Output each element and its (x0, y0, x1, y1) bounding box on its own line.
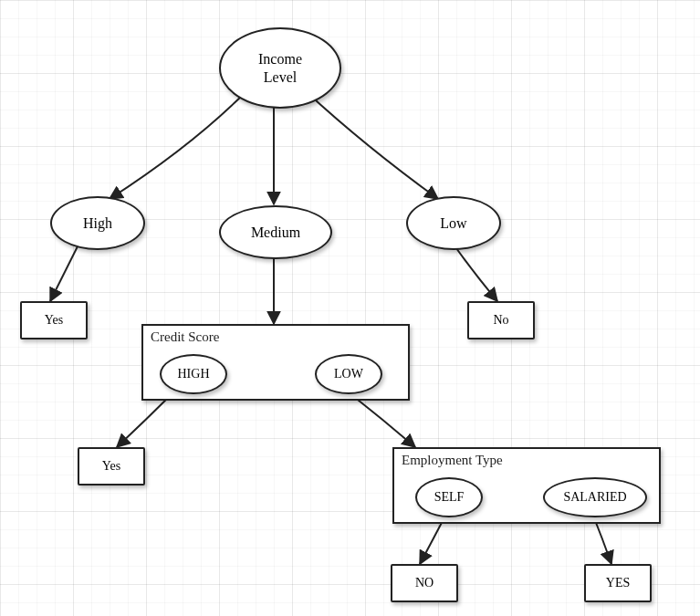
node-employment-self: SELF (415, 477, 483, 517)
outcome-label: YES (606, 576, 630, 591)
node-label: LOW (334, 367, 363, 382)
node-label: High (83, 214, 112, 232)
outcome-label: Yes (45, 313, 63, 329)
panel-title: Employment Type (402, 453, 503, 468)
node-label: Low (440, 214, 466, 232)
node-label: Income Level (258, 50, 302, 85)
node-credit-low: LOW (315, 354, 382, 394)
node-income-low: Low (406, 196, 501, 250)
outcome-label: Yes (102, 459, 120, 475)
node-label: SALARIED (563, 490, 626, 506)
node-label: HIGH (178, 367, 210, 382)
node-income-high: High (50, 196, 145, 250)
node-employment-salaried: SALARIED (543, 477, 647, 517)
panel-title: Credit Score (151, 329, 219, 345)
outcome-label: NO (415, 576, 434, 591)
node-credit-high: HIGH (160, 354, 227, 394)
outcome-salaried-yes: YES (584, 564, 652, 602)
outcome-high-yes: Yes (20, 301, 88, 339)
node-income-medium: Medium (219, 205, 332, 259)
outcome-credit-high-yes: Yes (78, 447, 145, 485)
outcome-low-no: No (467, 301, 535, 339)
node-label: SELF (434, 490, 465, 506)
outcome-self-no: NO (391, 564, 458, 602)
node-income-level: Income Level (219, 27, 341, 109)
outcome-label: No (493, 313, 508, 329)
node-label: Medium (251, 224, 300, 241)
